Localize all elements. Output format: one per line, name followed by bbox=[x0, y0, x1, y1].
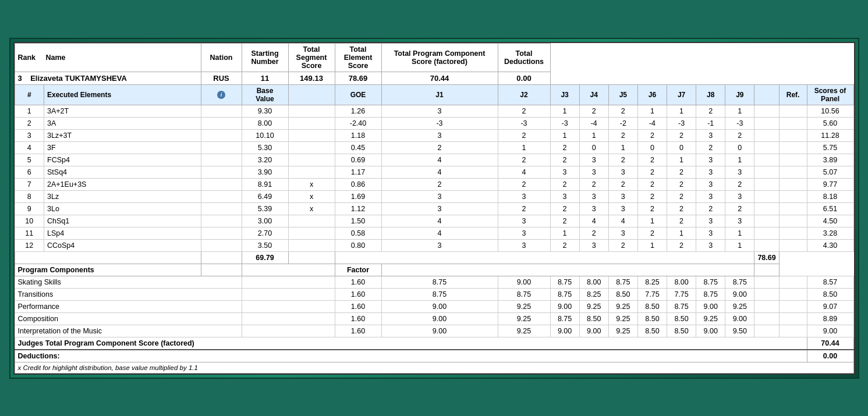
comp-name: Interpretation of the Music bbox=[15, 325, 242, 337]
pc-empty3 bbox=[754, 264, 779, 276]
el-score: 10.56 bbox=[807, 105, 853, 117]
el-j8: 3 bbox=[696, 227, 725, 239]
el-j6: 2 bbox=[637, 202, 667, 215]
comp-ref bbox=[779, 288, 807, 300]
comp-j8: 8.75 bbox=[696, 288, 725, 300]
el-goe: 0.80 bbox=[335, 239, 381, 251]
comp-j2: 9.25 bbox=[498, 300, 550, 312]
table-row: 6 StSq4 3.90 1.17 4 4 3 3 3 2 2 3 3 bbox=[15, 166, 853, 178]
pc-factor-label: Factor bbox=[335, 264, 381, 276]
table-row: 4 3F 5.30 0.45 2 1 2 0 1 0 0 2 0 bbox=[15, 141, 853, 154]
el-x: x bbox=[288, 190, 335, 202]
el-j2: 3 bbox=[498, 190, 550, 202]
el-base: 3.20 bbox=[242, 154, 288, 166]
el-j7: 2 bbox=[667, 166, 696, 178]
skater-total-element-score: 78.69 bbox=[335, 72, 381, 84]
el-x bbox=[288, 215, 335, 227]
el-j9: -3 bbox=[725, 117, 754, 129]
list-item: Interpretation of the Music 1.60 9.00 9.… bbox=[15, 325, 853, 337]
table-row: 3 3Lz+3T 10.10 1.18 3 2 1 1 2 2 2 3 2 bbox=[15, 129, 853, 141]
el-x: x bbox=[288, 202, 335, 215]
el-base: 5.30 bbox=[242, 141, 288, 154]
el-j7: 1 bbox=[667, 154, 696, 166]
el-num: 8 bbox=[15, 190, 44, 202]
el-j5: 2 bbox=[608, 239, 637, 251]
el-base: 8.91 bbox=[242, 178, 288, 190]
el-info bbox=[201, 141, 242, 154]
comp-spacer bbox=[754, 300, 779, 312]
el-j8: 2 bbox=[696, 202, 725, 215]
el-name: 3Lz+3T bbox=[44, 129, 201, 141]
el-info bbox=[201, 202, 242, 215]
el-j5: 3 bbox=[608, 166, 637, 178]
comp-j6: 8.50 bbox=[637, 312, 667, 325]
el-j1: 4 bbox=[381, 227, 498, 239]
el-j5: 2 bbox=[608, 129, 637, 141]
footnote-row: x Credit for highlight distribution, bas… bbox=[15, 362, 853, 373]
el-j8: 2 bbox=[696, 105, 725, 117]
el-j4: 2 bbox=[579, 227, 608, 239]
col-j2: J2 bbox=[498, 84, 550, 105]
el-j2: 2 bbox=[498, 105, 550, 117]
pc-info-empty bbox=[201, 264, 242, 276]
el-j9: 1 bbox=[725, 105, 754, 117]
comp-j3: 9.00 bbox=[550, 300, 579, 312]
total-element-score-header: TotalElementScore bbox=[335, 43, 381, 72]
comp-j6: 8.50 bbox=[637, 300, 667, 312]
col-goe: GOE bbox=[335, 84, 381, 105]
el-ref bbox=[779, 166, 807, 178]
el-j7: 2 bbox=[667, 239, 696, 251]
el-j4: 3 bbox=[579, 166, 608, 178]
el-j3: 3 bbox=[550, 190, 579, 202]
table-row: 7 2A+1Eu+3S 8.91 x 0.86 2 2 2 2 2 2 2 3 … bbox=[15, 178, 853, 190]
el-j1: 3 bbox=[381, 202, 498, 215]
el-j1: 3 bbox=[381, 239, 498, 251]
el-name: ChSq1 bbox=[44, 215, 201, 227]
el-j2: 2 bbox=[498, 178, 550, 190]
comp-empty bbox=[242, 276, 335, 288]
total-deductions-header: TotalDeductions bbox=[498, 43, 550, 72]
el-spacer bbox=[754, 166, 779, 178]
el-j2: 2 bbox=[498, 129, 550, 141]
el-j4: 4 bbox=[579, 215, 608, 227]
el-j5: -2 bbox=[608, 117, 637, 129]
el-j9: 0 bbox=[725, 141, 754, 154]
el-spacer bbox=[754, 117, 779, 129]
comp-j1: 9.00 bbox=[381, 300, 498, 312]
comp-j7: 8.00 bbox=[667, 276, 696, 288]
el-ref bbox=[779, 141, 807, 154]
el-goe: 0.58 bbox=[335, 227, 381, 239]
el-j5: 4 bbox=[608, 215, 637, 227]
el-j9: 1 bbox=[725, 239, 754, 251]
comp-score: 9.07 bbox=[807, 300, 853, 312]
col-spacer bbox=[754, 84, 779, 105]
list-item: Performance 1.60 9.00 9.25 9.00 9.25 9.2… bbox=[15, 300, 853, 312]
element-col-header-row: # Executed Elements i BaseValue GOE J1 J… bbox=[15, 84, 853, 105]
el-info bbox=[201, 227, 242, 239]
el-goe: 1.17 bbox=[335, 166, 381, 178]
el-j2: 3 bbox=[498, 215, 550, 227]
skater-row: 3 Elizaveta TUKTAMYSHEVA RUS 11 149.13 7… bbox=[15, 72, 853, 84]
el-score: 5.60 bbox=[807, 117, 853, 129]
footnote-text: x Credit for highlight distribution, bas… bbox=[15, 362, 853, 373]
el-x bbox=[288, 227, 335, 239]
skater-total-segment-score: 149.13 bbox=[288, 72, 335, 84]
skater-rank: 3 bbox=[18, 74, 22, 83]
col-scores-of-panel: Scores ofPanel bbox=[807, 84, 853, 105]
el-spacer bbox=[754, 129, 779, 141]
comp-j2: 9.25 bbox=[498, 312, 550, 325]
el-j2: 1 bbox=[498, 141, 550, 154]
el-j4: 2 bbox=[579, 105, 608, 117]
comp-j3: 8.75 bbox=[550, 312, 579, 325]
el-j4: -4 bbox=[579, 117, 608, 129]
el-spacer bbox=[754, 215, 779, 227]
comp-factor: 1.60 bbox=[335, 325, 381, 337]
el-base: 5.39 bbox=[242, 202, 288, 215]
col-ref: Ref. bbox=[779, 84, 807, 105]
el-spacer bbox=[754, 239, 779, 251]
el-j7: 1 bbox=[667, 227, 696, 239]
el-j6: 2 bbox=[637, 190, 667, 202]
el-goe: 1.69 bbox=[335, 190, 381, 202]
skater-nation: RUS bbox=[201, 72, 242, 84]
el-j7: 2 bbox=[667, 178, 696, 190]
